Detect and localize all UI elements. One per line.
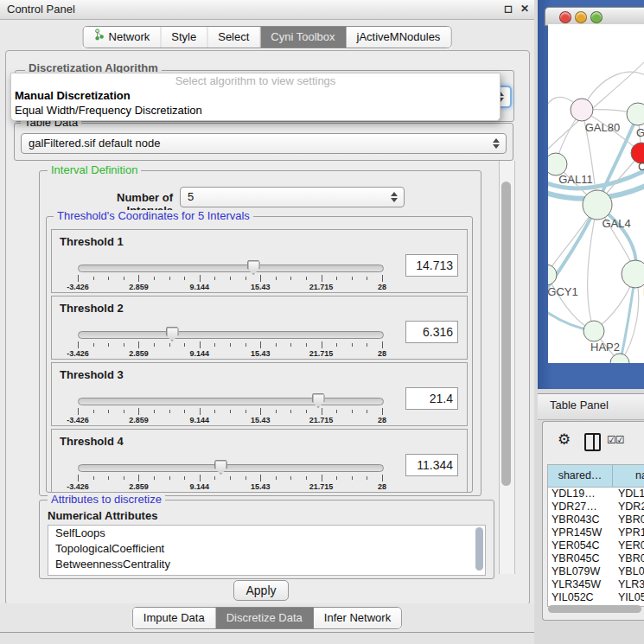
threshold-panel: Threshold 3 -3.4262.8599.14415.4321.7152… [51, 362, 468, 426]
threshold-slider[interactable]: -3.4262.8599.14415.4321.71528 [78, 328, 382, 357]
table-hscrollbar-thumb[interactable] [548, 605, 641, 613]
tick-mark [78, 341, 79, 348]
slider-thumb[interactable] [166, 327, 179, 341]
slider-thumb[interactable] [214, 460, 227, 475]
column-header-shared-name[interactable]: shared… [548, 465, 613, 487]
tab-label: Style [171, 27, 196, 48]
table-row[interactable]: YPR145WYPR14… [548, 526, 644, 539]
tab-impute-data[interactable]: Impute Data [133, 608, 216, 628]
network-node-gal4[interactable] [583, 190, 612, 220]
table-row[interactable]: YDR27…YDR27… [548, 501, 644, 513]
cell-shared-name: YBR045C [548, 552, 612, 565]
tick-mark [352, 476, 353, 480]
table-row[interactable]: YLR345WYLR34… [548, 578, 644, 591]
close-window-icon[interactable]: ✕ [520, 3, 529, 15]
node-table[interactable]: shared… na… YDL19…YDL19…YDR27…YDR27…YBR0… [547, 464, 644, 607]
threshold-slider[interactable]: -3.4262.8599.14415.4321.71528 [78, 261, 382, 290]
threshold-value-field[interactable]: 21.4 [405, 387, 458, 410]
attribute-item[interactable]: BetweennessCentrality [48, 557, 485, 572]
number-of-intervals-combo[interactable]: 5 [180, 187, 405, 207]
tick-label: 9.144 [190, 482, 210, 491]
apply-button[interactable]: Apply [233, 580, 289, 601]
algorithm-option[interactable]: Equal Width/Frequency Discretization [11, 103, 500, 118]
slider-track[interactable] [78, 398, 384, 405]
table-row[interactable]: YER054CYER05… [548, 539, 644, 552]
threshold-value-field[interactable]: 6.316 [405, 321, 458, 343]
tab-label: Network [109, 27, 150, 48]
threshold-value-field[interactable]: 14.713 [405, 254, 458, 277]
interval-definition-title: Interval Definition [48, 164, 141, 176]
tick-mark [322, 408, 322, 415]
threshold-slider[interactable]: -3.4262.8599.14415.4321.71528 [78, 461, 382, 490]
tab-infer-network[interactable]: Infer Network [314, 608, 401, 628]
network-node-h[interactable] [622, 260, 644, 288]
table-row[interactable]: YBR043CYBR04… [548, 513, 644, 526]
cell-name: YBR04… [612, 513, 644, 526]
bottom-tab-bar: Impute DataDiscretize DataInfer Network [132, 607, 402, 629]
attribute-item[interactable]: TopologicalCoefficient [48, 541, 485, 557]
network-window-titlebar[interactable] [545, 7, 644, 26]
tab-network[interactable]: Network [84, 27, 162, 48]
tick-mark [367, 277, 367, 280]
threshold-value-field[interactable]: 11.344 [405, 454, 458, 476]
tab-jactivemnodules[interactable]: jActiveMNodules [347, 27, 451, 48]
table-row[interactable]: YIL052CYIL05… [548, 591, 644, 604]
table-row[interactable]: YBR045CYBR04… [548, 552, 644, 565]
tick-mark [322, 275, 322, 282]
tick-mark [93, 410, 94, 413]
table-row[interactable]: YDL19…YDL19… [548, 488, 644, 501]
threshold-slider[interactable]: -3.4262.8599.14415.4321.71528 [78, 394, 382, 424]
gear-icon[interactable]: ⚙ [558, 430, 571, 449]
split-panel-icon[interactable] [584, 433, 601, 451]
checkboxes-icon[interactable]: ☑☑ [607, 434, 624, 446]
tick-mark [169, 343, 170, 347]
network-canvas[interactable]: GAL80GACGAL11GAL4GCY1HHAP2 [548, 24, 644, 363]
network-node-hap2[interactable] [583, 321, 604, 341]
threshold-panel: Threshold 2 -3.4262.8599.14415.4321.7152… [51, 296, 468, 360]
network-node-gal80[interactable] [571, 99, 593, 121]
column-header-name[interactable]: na… [613, 465, 644, 487]
network-node-ga[interactable] [627, 103, 644, 125]
tick-mark [108, 277, 109, 280]
cell-shared-name: YDR27… [548, 501, 612, 513]
network-node-gcy1[interactable] [548, 265, 557, 285]
table-row[interactable]: YBL079WYBL07… [548, 565, 644, 578]
tab-cyni-toolbox[interactable]: Cyni Toolbox [260, 27, 346, 48]
tick-mark [169, 277, 170, 280]
table-data-combo[interactable]: galFiltered.sif default node [21, 133, 507, 154]
tick-mark [352, 343, 353, 347]
tick-label: -3.426 [67, 283, 89, 291]
tab-style[interactable]: Style [161, 27, 207, 48]
tick-label: 28 [378, 482, 386, 491]
settings-scrollbar-thumb[interactable] [501, 182, 511, 486]
slider-thumb[interactable] [247, 260, 260, 275]
zoom-traffic-light-icon[interactable] [590, 11, 603, 23]
attributes-scrollbar-thumb[interactable] [475, 527, 483, 571]
tick-mark [214, 343, 215, 347]
tick-mark [214, 277, 215, 280]
tick-mark [138, 341, 139, 348]
close-traffic-light-icon[interactable] [559, 11, 571, 23]
tick-mark [108, 476, 109, 480]
algorithm-option[interactable]: Manual Discretization [11, 88, 500, 103]
node-label-ga: GA [636, 126, 644, 139]
table-header-row: shared… na… [548, 465, 644, 488]
threshold-panel: Threshold 4 -3.4262.8599.14415.4321.7152… [51, 429, 468, 493]
attribute-item[interactable]: SelfLoops [48, 526, 485, 541]
tab-select[interactable]: Select [207, 27, 260, 48]
slider-track[interactable] [78, 331, 384, 339]
node-label-gcy1: GCY1 [548, 285, 578, 298]
node-label-gal80: GAL80 [585, 121, 620, 134]
minimize-traffic-light-icon[interactable] [575, 11, 587, 23]
slider-thumb[interactable] [312, 393, 325, 408]
tick-mark [276, 410, 277, 413]
tab-label: Cyni Toolbox [271, 27, 335, 48]
tick-label: 28 [378, 283, 386, 291]
slider-track[interactable] [78, 265, 384, 272]
table-rows: YDL19…YDL19…YDR27…YDR27…YBR043CYBR04…YPR… [548, 488, 644, 604]
float-window-icon[interactable]: ◻ [504, 3, 513, 15]
slider-track[interactable] [78, 464, 384, 472]
numerical-attributes-list[interactable]: SelfLoopsTopologicalCoefficientBetweenne… [48, 525, 486, 576]
tab-discretize-data[interactable]: Discretize Data [216, 608, 314, 628]
tick-mark [200, 475, 201, 481]
